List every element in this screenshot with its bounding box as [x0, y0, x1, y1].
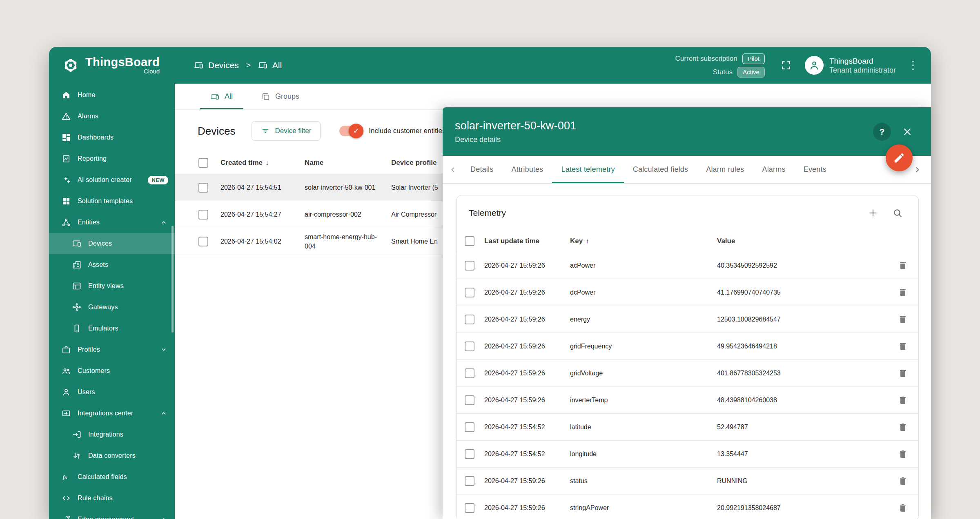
more-menu-button[interactable]: ⋮ [907, 60, 919, 71]
add-telemetry-button[interactable] [868, 208, 878, 218]
row-checkbox[interactable] [465, 476, 474, 486]
sidebar-item-data-converters[interactable]: Data converters [49, 445, 175, 466]
delete-button[interactable] [898, 261, 908, 271]
tab-alarms[interactable]: Alarms [753, 156, 794, 183]
tab-latest-telemetry[interactable]: Latest telemetry [552, 156, 624, 183]
sidebar-item-reporting[interactable]: Reporting [49, 148, 175, 169]
fullscreen-button[interactable] [780, 60, 792, 71]
subscription-badge[interactable]: Pilot [742, 53, 765, 64]
breadcrumb-all[interactable]: All [258, 60, 282, 70]
sidebar-item-alarms[interactable]: Alarms [49, 106, 175, 127]
tabs-scroll-left-button[interactable] [445, 156, 461, 183]
telemetry-row[interactable]: 2026-04-27 15:54:52 longitude 13.354447 [457, 440, 918, 467]
tab-groups[interactable]: Groups [251, 84, 310, 109]
sidebar-item-edge-management[interactable]: Edge management [49, 509, 175, 519]
delete-button[interactable] [898, 395, 908, 405]
row-checkbox[interactable] [465, 288, 474, 297]
status-badge[interactable]: Active [737, 67, 765, 78]
created-time-cell: 2026-04-27 15:54:51 [220, 184, 305, 191]
sidebar-item-profiles[interactable]: Profiles [49, 339, 175, 360]
delete-button[interactable] [898, 315, 908, 324]
select-all-checkbox[interactable] [198, 158, 208, 168]
tab-details[interactable]: Details [461, 156, 502, 183]
breadcrumb-all-label: All [272, 60, 282, 70]
tab-attributes[interactable]: Attributes [502, 156, 552, 183]
telemetry-row[interactable]: 2026-04-27 15:59:26 inverterTemp 48.4398… [457, 386, 918, 413]
sidebar-item-ai-solution-creator[interactable]: AI solution creator NEW [49, 169, 175, 191]
sidebar-item-users[interactable]: Users [49, 381, 175, 403]
sidebar-scrollbar[interactable] [172, 226, 174, 333]
help-button[interactable]: ? [873, 123, 891, 141]
delete-button[interactable] [898, 288, 908, 297]
sidebar-item-home[interactable]: Home [49, 84, 175, 106]
delete-button[interactable] [898, 476, 908, 486]
devices-group-icon [258, 60, 268, 70]
row-checkbox[interactable] [465, 395, 474, 405]
sidebar-item-rule-chains[interactable]: Rule chains [49, 488, 175, 509]
sidebar-item-dashboards[interactable]: Dashboards [49, 127, 175, 148]
tab-calculated-fields[interactable]: Calculated fields [624, 156, 697, 183]
select-all-checkbox[interactable] [465, 236, 474, 246]
sidebar-item-label: Emulators [88, 325, 118, 332]
delete-button[interactable] [898, 449, 908, 459]
row-checkbox[interactable] [198, 183, 208, 193]
user-icon [61, 387, 71, 397]
telemetry-row[interactable]: 2026-04-27 15:59:26 dcPower 41.176990740… [457, 279, 918, 306]
telemetry-row[interactable]: 2026-04-27 15:59:26 acPower 40.353450925… [457, 252, 918, 279]
telemetry-row[interactable]: 2026-04-27 15:59:26 gridFrequency 49.954… [457, 333, 918, 359]
telemetry-row[interactable]: 2026-04-27 15:59:26 gridVoltage 401.8677… [457, 359, 918, 386]
sidebar-item-integrations[interactable]: Integrations [49, 424, 175, 445]
row-checkbox[interactable] [465, 503, 474, 513]
row-checkbox[interactable] [198, 237, 208, 246]
search-button[interactable] [892, 208, 903, 218]
column-header-created-time[interactable]: Created time↓ [220, 159, 305, 167]
row-checkbox[interactable] [465, 422, 474, 432]
key-cell: gridVoltage [570, 370, 717, 377]
delete-button[interactable] [898, 368, 908, 378]
sidebar-item-calculated-fields[interactable]: Calculated fields [49, 466, 175, 488]
time-cell: 2026-04-27 15:59:26 [484, 289, 570, 296]
integrations-center-icon [61, 408, 71, 418]
sidebar-item-entity-views[interactable]: Entity views [49, 275, 175, 297]
sidebar-item-emulators[interactable]: Emulators [49, 318, 175, 339]
app-edition: Cloud [144, 68, 160, 75]
sidebar-item-devices[interactable]: Devices [49, 233, 175, 254]
column-header-value[interactable]: Value [717, 237, 887, 245]
tab-all[interactable]: All [200, 84, 243, 109]
delete-button[interactable] [898, 342, 908, 351]
telemetry-row[interactable]: 2026-04-27 15:59:26 status RUNNING [457, 467, 918, 494]
sidebar-item-entities[interactable]: Entities [49, 212, 175, 233]
thingsboard-logo[interactable]: ThingsBoard Cloud [61, 56, 178, 75]
breadcrumb-devices[interactable]: Devices [194, 60, 239, 70]
sidebar-item-gateways[interactable]: Gateways [49, 297, 175, 318]
sidebar-item-assets[interactable]: Assets [49, 254, 175, 275]
user-info[interactable]: ThingsBoard Tenant administrator [829, 56, 896, 75]
sidebar-item-label: Entity views [88, 282, 124, 290]
row-checkbox[interactable] [465, 368, 474, 378]
telemetry-row[interactable]: 2026-04-27 15:54:52 latitude 52.494787 [457, 413, 918, 440]
delete-button[interactable] [898, 503, 908, 513]
tab-events[interactable]: Events [795, 156, 835, 183]
telemetry-row[interactable]: 2026-04-27 15:59:26 energy 12503.1008296… [457, 306, 918, 333]
row-checkbox[interactable] [465, 342, 474, 351]
device-filter-button[interactable]: Device filter [252, 121, 321, 141]
column-header-key[interactable]: Key↑ [570, 237, 717, 245]
edit-fab[interactable] [886, 144, 913, 171]
row-checkbox[interactable] [198, 210, 208, 220]
close-button[interactable] [902, 126, 913, 138]
tab-alarm-rules[interactable]: Alarm rules [697, 156, 753, 183]
entity-tabs: All Groups [175, 84, 931, 110]
avatar[interactable] [805, 56, 824, 75]
column-header-last-update-time[interactable]: Last update time [484, 237, 570, 245]
telemetry-row[interactable]: 2026-04-27 15:59:26 stringAPower 20.9921… [457, 494, 918, 519]
row-checkbox[interactable] [465, 261, 474, 271]
row-checkbox[interactable] [465, 449, 474, 459]
sidebar-item-solution-templates[interactable]: Solution templates [49, 191, 175, 212]
row-checkbox[interactable] [465, 315, 474, 324]
sidebar-item-customers[interactable]: Customers [49, 360, 175, 381]
include-customer-entities-toggle[interactable]: ✓ [339, 126, 362, 136]
delete-button[interactable] [898, 422, 908, 432]
key-cell: dcPower [570, 289, 717, 296]
column-header-name[interactable]: Name [305, 159, 391, 167]
sidebar-item-integrations-center[interactable]: Integrations center [49, 403, 175, 424]
